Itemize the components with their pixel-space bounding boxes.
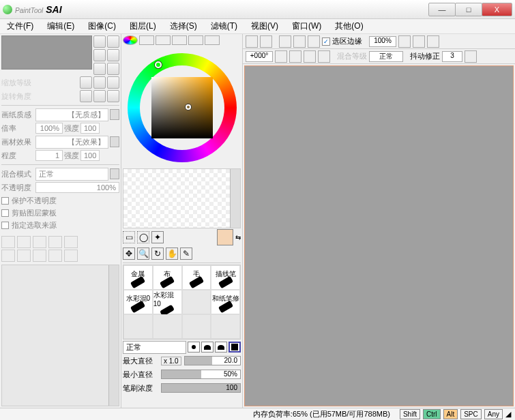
brush-shape-square[interactable] — [229, 342, 241, 352]
menu-other[interactable]: 其他(O) — [331, 19, 367, 33]
texture-dropdown[interactable]: 【无质感】 — [35, 108, 108, 121]
size-multiplier[interactable]: x 1.0 — [161, 357, 181, 365]
rot-btn[interactable] — [80, 90, 92, 102]
resize-grip-icon[interactable]: ◢ — [505, 410, 511, 419]
hsv-slider-button[interactable] — [156, 35, 171, 45]
clear-button[interactable] — [64, 250, 78, 262]
scratchpad-button[interactable] — [205, 35, 220, 45]
brush-preset[interactable]: 布 — [153, 265, 182, 290]
magic-wand-tool[interactable]: ✦ — [151, 231, 164, 243]
dropdown-icon[interactable] — [110, 136, 119, 147]
degree-value[interactable]: 1 — [35, 150, 63, 161]
brush-preset[interactable]: 水彩混10 — [153, 290, 182, 314]
canvas[interactable] — [244, 65, 514, 406]
nav-btn[interactable] — [93, 35, 106, 48]
nav-btn[interactable] — [107, 49, 119, 61]
sv-square[interactable] — [151, 77, 213, 138]
nav-btn[interactable] — [107, 63, 119, 75]
new-folder-button[interactable] — [33, 236, 46, 248]
zoom-fit-button[interactable] — [427, 35, 439, 48]
layer-list[interactable] — [1, 265, 119, 406]
zoom-out-button[interactable] — [398, 35, 411, 48]
stabilizer-input[interactable]: 3 — [442, 51, 462, 62]
density-slider[interactable]: 100 — [161, 383, 241, 393]
color-wheel-mode-button[interactable] — [123, 35, 138, 45]
zoom-input[interactable]: 100% — [369, 36, 396, 47]
selection-source-checkbox[interactable] — [1, 222, 9, 229]
scale-value[interactable]: 100% — [35, 123, 63, 134]
brush-preset[interactable]: 和纸笔修 — [211, 290, 240, 314]
nav-btn[interactable] — [93, 63, 106, 75]
effect-dropdown[interactable]: 【无效果】 — [35, 136, 108, 149]
brush-preset-empty[interactable] — [153, 314, 182, 339]
rot-btn[interactable] — [107, 90, 119, 102]
blend-mode-dropdown[interactable]: 正常 — [35, 168, 108, 181]
foreground-color-swatch[interactable] — [217, 229, 233, 245]
brush-preset[interactable]: 描线笔 — [211, 265, 240, 290]
zoom-btn[interactable] — [93, 76, 106, 89]
zoom-btn[interactable] — [80, 76, 92, 89]
swatches-button[interactable] — [188, 35, 203, 45]
menu-filter[interactable]: 滤镜(T) — [207, 19, 241, 33]
brush-shape-round[interactable] — [188, 342, 200, 352]
rect-select-tool[interactable]: ▭ — [123, 231, 135, 243]
menu-view[interactable]: 视图(V) — [247, 19, 282, 33]
eyedropper-tool[interactable]: ✎ — [180, 247, 192, 260]
nav-btn[interactable] — [107, 35, 119, 48]
rgb-slider-button[interactable] — [139, 35, 154, 45]
layer-mask-button[interactable] — [48, 236, 62, 248]
color-wheel[interactable] — [123, 48, 241, 167]
rotate-ccw-button[interactable] — [275, 50, 287, 63]
brush-blend-dropdown[interactable]: 正常 — [123, 341, 186, 354]
brush-shape-flat2[interactable] — [215, 342, 227, 352]
angle-input[interactable]: +000° — [246, 51, 273, 62]
menu-edit[interactable]: 编辑(E) — [43, 19, 78, 33]
intensity-value[interactable]: 100 — [80, 123, 100, 134]
reset-rotation-button[interactable] — [304, 50, 316, 63]
clipping-mask-checkbox[interactable] — [1, 209, 9, 217]
dropdown-icon[interactable] — [110, 109, 119, 120]
show-sel-button[interactable] — [308, 35, 320, 48]
max-size-slider[interactable]: 20.0 — [184, 356, 241, 365]
delete-layer-button[interactable] — [48, 250, 62, 262]
menu-select[interactable]: 选择(S) — [166, 19, 201, 33]
flip-button[interactable] — [318, 50, 330, 63]
brush-preset[interactable]: 毛 — [182, 265, 211, 290]
rotate-cw-button[interactable] — [289, 50, 301, 63]
intensity-value2[interactable]: 100 — [80, 150, 100, 161]
undo-button[interactable] — [246, 35, 258, 48]
move-tool[interactable]: ✥ — [123, 247, 135, 260]
brush-preset-empty[interactable] — [123, 314, 153, 339]
menu-file[interactable]: 文件(F) — [3, 19, 38, 33]
sv-marker-icon[interactable] — [186, 104, 191, 110]
brush-shape-flat[interactable] — [201, 342, 214, 352]
scratchpad-area[interactable] — [123, 168, 241, 228]
min-size-slider[interactable]: 50% — [161, 370, 241, 379]
color-mixer-button[interactable] — [172, 35, 187, 45]
maximize-button[interactable]: □ — [455, 3, 482, 16]
merge-down-button[interactable] — [17, 250, 31, 262]
swap-colors-icon[interactable]: ⇆ — [235, 234, 241, 241]
new-layer-button[interactable] — [1, 236, 15, 248]
redo-button[interactable] — [260, 35, 272, 48]
zoom-tool[interactable]: 🔍 — [137, 247, 149, 260]
flatten-button[interactable] — [33, 250, 46, 262]
minimize-button[interactable]: — — [428, 3, 456, 16]
stabilizer-dropdown-button[interactable] — [465, 50, 477, 63]
close-button[interactable]: X — [482, 3, 512, 16]
rotate-tool[interactable]: ↻ — [151, 247, 164, 260]
clear-layer-button[interactable] — [64, 236, 78, 248]
new-linework-button[interactable] — [17, 236, 31, 248]
brush-preset-empty[interactable] — [211, 314, 240, 339]
rot-btn[interactable] — [93, 90, 106, 102]
zoom-in-button[interactable] — [413, 35, 425, 48]
menu-image[interactable]: 图像(C) — [84, 19, 120, 33]
dropdown-icon[interactable] — [110, 168, 119, 179]
navigator-preview[interactable] — [1, 35, 92, 70]
menu-layer[interactable]: 图层(L) — [126, 19, 160, 33]
protect-opacity-checkbox[interactable] — [1, 197, 9, 205]
brush-preset-empty[interactable] — [182, 314, 211, 339]
transfer-down-button[interactable] — [1, 250, 15, 262]
hand-tool[interactable]: ✋ — [166, 247, 178, 260]
brush-preset[interactable]: 金属 — [123, 265, 153, 290]
